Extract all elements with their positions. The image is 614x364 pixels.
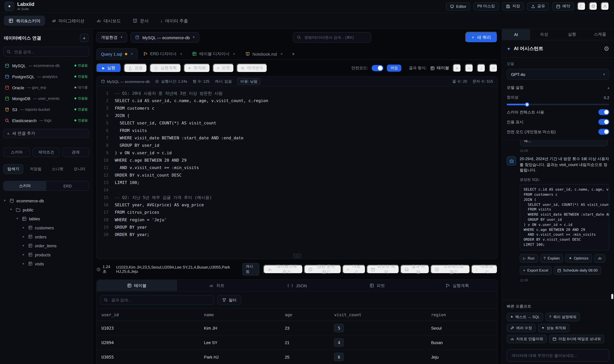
parameters-button[interactable]: ⚙ 매개변수 [236,64,268,73]
column-header-name[interactable]: name [199,312,280,317]
table-row[interactable]: U3055 Park HJ 25 6 Jeju [97,350,497,364]
ai-optimize-button[interactable]: ✦ Optimize [565,254,592,262]
ai-run-button[interactable]: ▷ Run [520,254,538,262]
connection-mongodb[interactable]: MongoDB — user_events 연결됨 [3,94,89,103]
safe-mode-pii-toggle[interactable] [598,129,609,135]
connection-oracle[interactable]: Oracle — gov_erp 대기중 [3,83,89,92]
add-to-dashboard-button[interactable]: 대시보드에 추가 [263,265,303,274]
nav-item-query-schema[interactable]: 쿼리&스키마 [4,16,45,26]
prompt-email-morning[interactable]: 아침 8시에 메일로 보내줘 [549,335,604,343]
tree-node-table-visits[interactable]: ▸ visits [3,259,89,268]
tree-node-table-customers[interactable]: ▸ customers [3,223,89,232]
new-tab-button[interactable]: + [288,48,298,59]
view-schema[interactable]: 스키마 [3,181,46,191]
tab-run[interactable]: 실행 [558,29,586,40]
format-button[interactable]: ≡ 포맷 [213,64,234,73]
open-in-notebook-button[interactable]: 노트북으로 열기 [430,265,470,274]
ai-explain-button[interactable]: ? Explain [540,254,563,262]
expand-icon[interactable] [489,64,498,72]
save-query-button[interactable] [453,64,461,72]
column-header-age[interactable]: age [280,312,329,317]
ai-export-excel-button[interactable]: + Export Excel [520,266,552,275]
table-row[interactable]: U1023 Kim JH 23 5 Seoul [97,321,497,335]
tab-query1[interactable]: Query 1.sql × [96,48,138,59]
generated-sql-code[interactable]: SELECT c.id AS user_id, c.name, c.age, v… [520,184,609,250]
tree-node-table-products[interactable]: ▸ products [3,250,89,259]
close-icon[interactable]: × [131,52,133,56]
tab-table-designer[interactable]: 테이블 디자이너 × [188,48,240,59]
pii-masking-button[interactable]: PII 마스킹 [474,2,499,10]
results-tab-pivot[interactable]: 피벗 [337,280,417,291]
results-search-input[interactable] [110,298,210,303]
explain-plan-button[interactable]: 실행계획 [150,64,181,73]
prompt-fix-error[interactable]: 에러 수정 [507,324,535,332]
column-header-region[interactable]: region [426,312,497,317]
tab-saved[interactable]: 저장됨 [26,164,45,174]
schedule-report-button[interactable]: 리포트 예약 [366,265,399,274]
tab-snippets[interactable]: 스니펫 [48,164,68,174]
code-area[interactable]: -- Q1: 20대 사용자 중 작년에 3번 이상 방문한 사람 SELECT… [97,87,497,259]
connection-elasticsearch[interactable]: Elasticsearch — logs 연결됨 [3,116,89,125]
tab-notebook[interactable]: Notebook.md × [241,48,287,59]
settings-button[interactable]: ⚙ [589,2,598,11]
tab-schedule[interactable]: 스케줄 [586,29,614,40]
more-button[interactable]: + 더보기 [342,265,366,274]
tree-node-tables[interactable]: ▾ tables [3,214,89,223]
citations-toggle[interactable] [598,119,609,125]
ai-chat-area[interactable]: 예... 11:05 20-29세, 2024년 기간 내 방문 횟수 3회 이… [502,140,614,300]
table-row[interactable]: U2094 Lee SY 21 4 Busan [97,336,497,350]
results-tab-table[interactable]: 테이블 [97,280,177,291]
ai-chart-button[interactable] [594,254,605,262]
ai-chat-input[interactable] [511,353,605,358]
account-button[interactable] [601,2,609,11]
result-format-select[interactable]: 테이블 [430,65,449,71]
tree-node-schema[interactable]: ▾ public [3,205,89,214]
prompt-explain-query[interactable]: ? 쿼리 설명해줘 [546,313,580,321]
tab-ai[interactable]: AI [502,29,530,40]
results-tab-chart[interactable]: 차트 [177,280,257,291]
find-related-docs-button[interactable]: 관련 문서 찾기 [304,265,341,274]
tree-node-table-order-items[interactable]: ▸ order_items [3,241,89,250]
schema-context-toggle[interactable] [598,109,609,115]
creativity-slider[interactable] [507,104,609,105]
connection-mysql[interactable]: MySQL — ecommerce-db 연결됨 [3,61,89,70]
command-search[interactable] [293,32,371,43]
prompt-text-to-sql[interactable]: ✦ 텍스트 → SQL [507,313,543,321]
resize-handle[interactable]: ∷ [293,254,301,258]
environment-select[interactable]: 개발환경 ▾ [96,32,127,43]
connection-search-input[interactable] [13,49,86,54]
tab-relations[interactable]: 관계 [62,148,89,157]
close-icon[interactable]: × [280,52,283,56]
nav-item-docs[interactable]: 문서 [128,16,153,26]
tab-erd-designer[interactable]: ERD 디자이너 × [138,48,187,59]
download-button[interactable]: ↓ [477,64,486,72]
prompt-make-chart[interactable]: 차트로 만들어줘 [507,335,547,343]
schedule-button[interactable]: 예약 [552,2,574,10]
column-header-visit-count[interactable]: visit_count [329,312,426,317]
connection-s3[interactable]: S3 — reports-bucket 연결됨 [3,105,89,114]
tab-schema[interactable]: 스키마 [3,148,30,157]
nav-item-data-export[interactable]: ↓ 데이터 추출 [156,16,192,26]
connection-select[interactable]: MySQL — ecommerce-db ▾ [130,32,199,43]
ai-schedule-button[interactable]: Schedule daily 08:00 [554,266,601,275]
slider-thumb[interactable] [525,102,530,107]
close-icon[interactable]: × [233,52,235,56]
results-tab-plan[interactable]: 실행계획 [417,280,497,291]
results-tab-json[interactable]: { } JSON [257,280,337,291]
connection-postgresql[interactable]: PostgreSQL — analytics 연결됨 [3,72,89,81]
save-results-button[interactable]: 결과 저장 [400,265,430,274]
save-button[interactable]: 저장 [502,2,524,10]
share-button[interactable]: 공유 [527,2,549,10]
column-header-user-id[interactable]: user_id [97,312,199,317]
close-icon[interactable]: × [180,52,182,56]
gear-icon[interactable]: ⚙ [604,46,609,52]
validate-button[interactable]: 검증 [124,64,147,73]
export-button[interactable]: ↓ 내보내기 [471,265,498,274]
add-connection-icon-button[interactable]: + [80,34,88,42]
prompt-optimize-performance[interactable]: ✦ 성능 최적화 [538,324,570,332]
new-query-button[interactable]: + 새 쿼리 [465,32,498,43]
run-button[interactable]: ▶ 실행 [96,64,121,73]
nav-item-dashboard[interactable]: 대시보드 [92,16,126,26]
share-results-button[interactable] [465,64,474,72]
tab-monitor[interactable]: 모니터 [70,164,89,174]
